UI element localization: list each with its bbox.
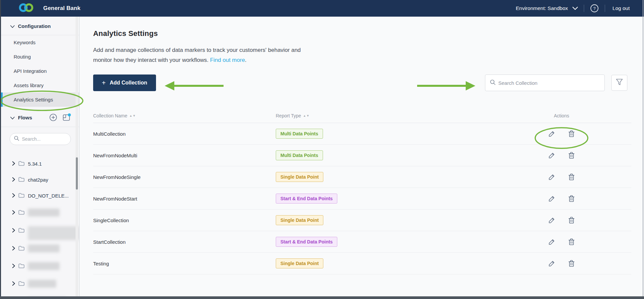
add-collection-button[interactable]: + Add Collection [93, 75, 156, 91]
flow-templates-icon[interactable] [63, 113, 71, 121]
table-header: Collection Name ▲▼ Report Type ▲▼ Action… [93, 108, 631, 123]
chevron-right-icon[interactable] [12, 161, 15, 167]
flow-folder-row-redacted[interactable] [1, 276, 79, 291]
page-description: Add and manage collections of data marke… [93, 45, 644, 65]
window-border-right [643, 0, 643, 299]
chevron-down-icon [10, 115, 15, 120]
flow-folder-row-chat2pay[interactable]: chat2pay [1, 173, 79, 187]
report-type-badge: Single Data Point [276, 215, 323, 225]
report-type-cell: Start & End Data Points [276, 237, 515, 247]
edit-icon[interactable] [548, 195, 556, 202]
actions-cell [515, 173, 631, 181]
help-icon[interactable]: ? [590, 4, 599, 13]
chevron-right-icon[interactable] [12, 177, 15, 183]
sidebar-scrollbar-thumb[interactable] [76, 157, 78, 190]
edit-icon[interactable] [548, 238, 556, 245]
collection-name: NewFromNodeStart [93, 196, 276, 202]
folder-icon [18, 263, 25, 269]
flow-folder-row-redacted[interactable] [1, 258, 79, 274]
navbar-divider [584, 5, 584, 12]
delete-icon[interactable] [568, 217, 575, 224]
sidebar-item-label: Analytics Settings [14, 97, 53, 102]
chevron-down-icon [572, 5, 578, 11]
flows-section-header[interactable]: Flows [1, 107, 79, 127]
collections-table: Collection Name ▲▼ Report Type ▲▼ Action… [93, 108, 631, 274]
flow-folder-row-redacted[interactable] [1, 205, 79, 220]
flow-folder-row-redacted[interactable] [1, 241, 79, 256]
folder-label-redacted [28, 226, 79, 240]
delete-icon[interactable] [568, 260, 575, 267]
table-row-newfromnodesingle: NewFromNodeSingleSingle Data Point [93, 166, 631, 188]
chevron-right-icon[interactable] [12, 263, 15, 269]
delete-icon[interactable] [568, 152, 575, 159]
sort-icon[interactable]: ▲▼ [129, 114, 136, 117]
flows-section-label: Flows [18, 115, 32, 120]
brand-logo-icon [19, 2, 34, 15]
report-type-cell: Multi Data Points [276, 129, 515, 139]
actions-cell [515, 130, 631, 137]
configuration-section-header[interactable]: Configuration [1, 17, 79, 35]
folder-icon [18, 193, 25, 199]
report-type-badge: Single Data Point [276, 258, 323, 268]
edit-icon[interactable] [548, 130, 556, 137]
collection-search-input[interactable] [498, 80, 600, 86]
delete-icon[interactable] [568, 173, 575, 181]
chevron-right-icon[interactable] [12, 193, 15, 199]
description-period: . [245, 57, 246, 63]
collection-name: Testing [93, 261, 276, 266]
logout-button[interactable]: Log out [611, 5, 630, 11]
sidebar-item-analytics-settings[interactable]: Analytics Settings [1, 92, 79, 107]
sidebar-item-assets-library[interactable]: Assets library [1, 78, 79, 92]
navbar-divider [605, 5, 605, 12]
environment-selector[interactable]: Environment: Sandbox [516, 5, 578, 11]
edit-icon[interactable] [548, 173, 556, 181]
sidebar-item-routing[interactable]: Routing [1, 50, 79, 64]
flows-search-input[interactable] [22, 136, 62, 142]
flow-folder-row-5-34-1[interactable]: 5.34.1 [1, 157, 79, 171]
column-header-collection-name[interactable]: Collection Name ▲▼ [93, 113, 276, 118]
report-type-badge: Multi Data Points [276, 129, 323, 139]
chevron-right-icon[interactable] [12, 281, 15, 287]
chevron-right-icon[interactable] [12, 228, 15, 233]
find-out-more-link[interactable]: Find out more [210, 57, 245, 63]
delete-icon[interactable] [568, 238, 575, 245]
sidebar-scrollbar-track[interactable] [76, 17, 78, 296]
sidebar-item-keywords[interactable]: Keywords [1, 35, 79, 50]
delete-icon[interactable] [568, 130, 575, 137]
actions-cell [515, 152, 631, 159]
collection-search[interactable] [485, 75, 605, 91]
actions-cell [515, 238, 631, 245]
actions-cell [515, 217, 631, 224]
filter-button[interactable] [611, 75, 627, 91]
description-line1: Add and manage collections of data marke… [93, 47, 301, 53]
description-line2: monitor how they interact with your work… [93, 57, 210, 63]
sidebar-item-api-integration[interactable]: API Integration [1, 64, 79, 78]
column-header-report-type[interactable]: Report Type ▲▼ [276, 113, 515, 118]
collection-name: NewFromNodeSingle [93, 174, 276, 180]
folder-icon [18, 177, 25, 183]
table-row-multicollection: MultiCollectionMulti Data Points [93, 123, 631, 145]
chevron-right-icon[interactable] [12, 210, 15, 216]
delete-icon[interactable] [568, 195, 575, 202]
folder-icon [18, 161, 25, 167]
table-row-testing: TestingSingle Data Point [93, 253, 631, 274]
edit-icon[interactable] [548, 217, 556, 224]
edit-icon[interactable] [548, 260, 556, 267]
flow-folder-row-redacted[interactable] [1, 294, 79, 296]
add-flow-icon[interactable] [49, 113, 57, 121]
flow-folder-row-do-not-dele[interactable]: DO_NOT_DELE... [1, 189, 79, 203]
edit-icon[interactable] [548, 152, 556, 159]
sort-icon[interactable]: ▲▼ [303, 114, 310, 117]
folder-label-redacted [28, 244, 60, 252]
configuration-menu: KeywordsRoutingAPI IntegrationAssets lib… [1, 35, 79, 107]
sidebar-item-label: Assets library [14, 82, 44, 88]
environment-label: Environment: Sandbox [516, 5, 568, 11]
flows-tree: 5.34.1chat2payDO_NOT_DELE... [1, 157, 79, 296]
chevron-right-icon[interactable] [12, 246, 15, 251]
plus-icon: + [102, 79, 106, 87]
flow-folder-row-redacted[interactable] [1, 223, 79, 238]
folder-icon [18, 210, 25, 216]
top-navbar: General Bank Environment: Sandbox ? Log … [0, 0, 644, 17]
flows-search[interactable] [10, 133, 71, 145]
window-border-left [0, 0, 1, 299]
